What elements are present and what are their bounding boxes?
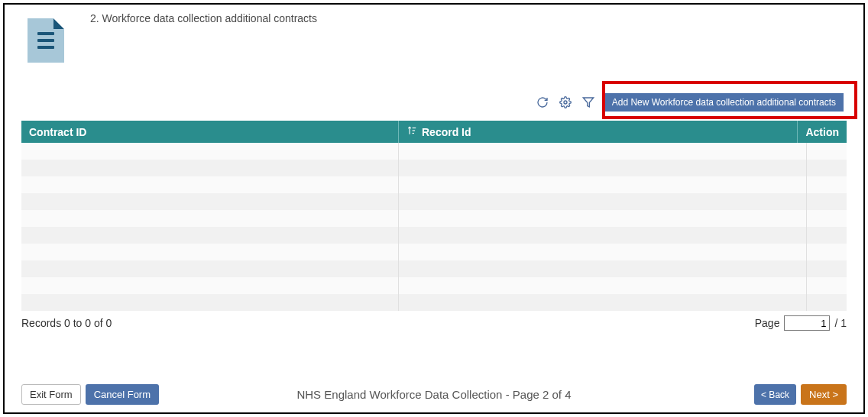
table-row: [21, 277, 847, 294]
table-row: [21, 227, 847, 244]
table-body: [21, 143, 847, 311]
column-record-id[interactable]: Record Id: [399, 121, 798, 143]
table-row: [21, 143, 847, 160]
column-label: Record Id: [422, 126, 471, 138]
page-total: / 1: [834, 317, 847, 329]
table-row: [21, 193, 847, 210]
add-new-contract-button[interactable]: Add New Workforce data collection additi…: [604, 93, 844, 112]
column-contract-id[interactable]: Contract ID: [21, 121, 399, 143]
table-row: [21, 244, 847, 260]
svg-marker-1: [583, 98, 593, 107]
document-icon: [28, 18, 64, 63]
table-row: [21, 160, 847, 176]
table-row: [21, 210, 847, 227]
page-label: Page: [755, 317, 780, 329]
table-row: [21, 176, 847, 193]
page-input[interactable]: [784, 315, 830, 331]
exit-form-button[interactable]: Exit Form: [21, 384, 81, 405]
next-button[interactable]: Next >: [801, 384, 847, 405]
table-toolbar: Add New Workforce data collection additi…: [5, 93, 863, 112]
records-count: Records 0 to 0 of 0: [21, 317, 112, 329]
table-row: [21, 260, 847, 277]
column-action: Action: [798, 121, 847, 143]
column-label: Action: [805, 126, 839, 138]
sort-icon: [406, 125, 417, 138]
table-footer: Records 0 to 0 of 0 Page / 1: [21, 315, 847, 331]
filter-icon[interactable]: [581, 95, 595, 109]
contracts-table: Contract ID Record Id Action: [21, 121, 847, 311]
svg-point-0: [564, 101, 567, 104]
refresh-icon[interactable]: [536, 95, 549, 109]
table-header: Contract ID Record Id Action: [21, 121, 847, 143]
table-row: [21, 294, 847, 311]
back-button[interactable]: < Back: [754, 384, 796, 405]
bottom-bar: Exit Form Cancel Form NHS England Workfo…: [5, 384, 863, 405]
column-label: Contract ID: [29, 126, 86, 138]
app-window: 2. Workforce data collection additional …: [3, 3, 865, 414]
header: 2. Workforce data collection additional …: [5, 5, 863, 66]
cancel-form-button[interactable]: Cancel Form: [86, 384, 159, 405]
pagination: Page / 1: [755, 315, 847, 331]
gear-icon[interactable]: [559, 95, 572, 109]
page-title: 2. Workforce data collection additional …: [90, 8, 317, 24]
